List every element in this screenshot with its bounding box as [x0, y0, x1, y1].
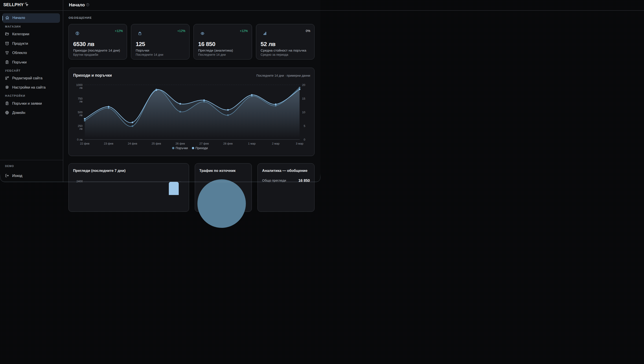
svg-text:24 фев: 24 фев [128, 142, 137, 145]
svg-text:лв: лв [80, 86, 83, 89]
svg-text:0 лв: 0 лв [77, 138, 82, 141]
svg-text:лв: лв [80, 127, 83, 130]
svg-text:Приходи: Приходи [196, 146, 208, 150]
svg-text:1 мар: 1 мар [248, 142, 256, 145]
svg-text:Последните 14 дни · примерни д: Последните 14 дни · примерни данни [256, 74, 310, 77]
svg-text:0: 0 [304, 138, 305, 141]
svg-text:10: 10 [302, 110, 305, 114]
svg-text:25 фев: 25 фев [152, 142, 161, 145]
svg-text:28 фев: 28 фев [223, 142, 233, 145]
svg-text:23 фев: 23 фев [104, 142, 113, 145]
svg-text:лв: лв [80, 100, 83, 103]
svg-text:3 мар: 3 мар [296, 142, 303, 145]
svg-text:Приходи и поръчки: Приходи и поръчки [73, 73, 112, 78]
svg-text:лв: лв [80, 113, 83, 117]
svg-text:22 фев: 22 фев [80, 142, 90, 145]
svg-text:5: 5 [304, 124, 305, 127]
svg-text:15: 15 [302, 97, 305, 100]
svg-text:27 фев: 27 фев [200, 142, 209, 145]
svg-text:2 мар: 2 мар [272, 142, 279, 145]
svg-text:Поръчки: Поръчки [176, 146, 188, 150]
svg-text:26 фев: 26 фев [176, 142, 185, 145]
svg-text:20: 20 [302, 83, 305, 86]
